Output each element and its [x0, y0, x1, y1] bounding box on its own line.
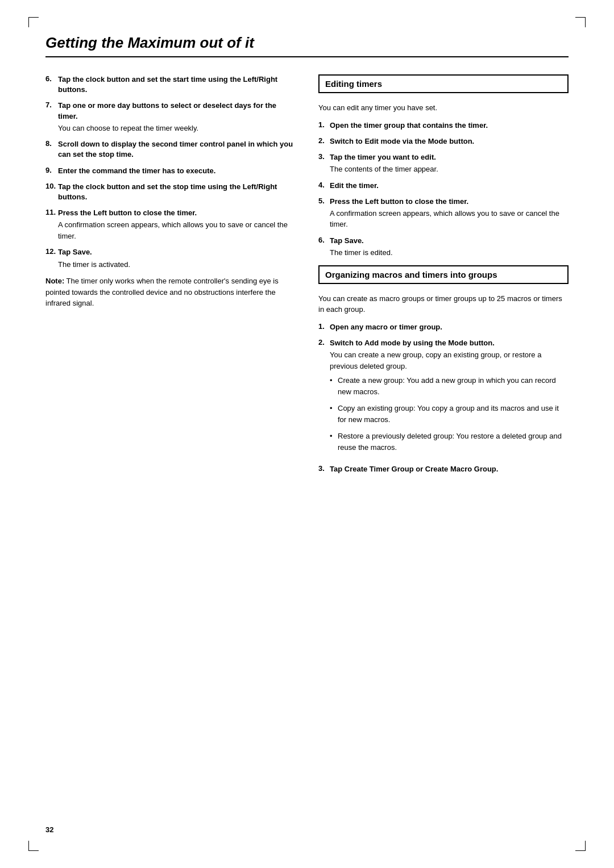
org-step-content-2: Switch to Add mode by using the Mode but…	[330, 338, 569, 458]
edit-step-label-4: Edit the timer.	[330, 181, 379, 191]
org-step-2-bullets: Create a new group: You add a new group …	[330, 375, 569, 453]
org-step-num-1: 1.	[318, 322, 330, 332]
edit-step-num-3: 3.	[318, 152, 330, 175]
note-block: Note: The timer only works when the remo…	[45, 276, 296, 309]
step-number-8: 8.	[45, 139, 58, 160]
org-step-num-2: 2.	[318, 338, 330, 458]
edit-step-5: 5. Press the Left button to close the ti…	[318, 197, 569, 230]
step-number-10: 10.	[45, 182, 58, 202]
org-step-label-3: Tap Create Timer Group or Create Macro G…	[330, 464, 498, 474]
editing-steps-list: 1. Open the timer group that contains th…	[318, 120, 569, 258]
step-content-11: Press the Left button to close the timer…	[58, 208, 296, 241]
org-step-3: 3. Tap Create Timer Group or Create Macr…	[318, 464, 569, 474]
note-title: Note:	[45, 277, 64, 285]
editing-timers-title: Editing timers	[325, 79, 562, 89]
step-label-12: Tap Save.	[58, 247, 130, 257]
step-number-7: 7.	[45, 101, 58, 133]
step-number-11: 11.	[45, 208, 58, 241]
step-number-9: 9.	[45, 166, 58, 176]
edit-step-num-5: 5.	[318, 197, 330, 230]
corner-mark-tr	[575, 17, 586, 27]
edit-step-2: 2. Switch to Edit mode via the Mode butt…	[318, 136, 569, 147]
left-step-11: 11. Press the Left button to close the t…	[45, 208, 296, 241]
step-number-12: 12.	[45, 247, 58, 270]
step-label-10: Tap the clock button and set the stop ti…	[58, 182, 296, 202]
editing-timers-box: Editing timers	[318, 74, 569, 93]
org-step-content-1: Open any macro or timer group.	[330, 322, 442, 332]
edit-step-content-3: Tap the timer you want to edit. The cont…	[330, 152, 438, 175]
corner-mark-tl	[28, 17, 39, 27]
left-step-9: 9. Enter the command the timer has to ex…	[45, 166, 296, 176]
edit-step-content-2: Switch to Edit mode via the Mode button.	[330, 136, 474, 147]
edit-step-3: 3. Tap the timer you want to edit. The c…	[318, 152, 569, 175]
page-title: Getting the Maximum out of it	[45, 34, 569, 57]
organizing-box: Organizing macros and timers into groups	[318, 265, 569, 284]
edit-step-label-3: Tap the timer you want to edit.	[330, 152, 438, 162]
step-number-6: 6.	[45, 74, 58, 95]
edit-step-label-6: Tap Save.	[330, 236, 393, 246]
organizing-intro: You can create as macro groups or timer …	[318, 293, 569, 315]
step-content-7: Tap one or more day buttons to select or…	[58, 101, 296, 133]
bullet-item-1: Create a new group: You add a new group …	[330, 375, 569, 397]
org-step-body-intro-2: You can create a new group, copy an exis…	[330, 349, 569, 372]
corner-mark-bl	[28, 841, 39, 851]
step-body-12: The timer is activated.	[58, 259, 130, 270]
edit-step-content-4: Edit the timer.	[330, 181, 379, 191]
step-label-11: Press the Left button to close the timer…	[58, 208, 296, 218]
editing-timers-steps: 1. Open the timer group that contains th…	[318, 120, 569, 258]
bullet-item-2: Copy an existing group: You copy a group…	[330, 403, 569, 425]
bullet-item-3: Restore a previously deleted group: You …	[330, 431, 569, 453]
step-label-6: Tap the clock button and set the start t…	[58, 74, 296, 95]
step-label-9: Enter the command the timer has to execu…	[58, 166, 215, 176]
org-step-num-3: 3.	[318, 464, 330, 474]
step-label-7: Tap one or more day buttons to select or…	[58, 101, 296, 121]
edit-step-body-3: The contents of the timer appear.	[330, 164, 438, 175]
org-step-label-1: Open any macro or timer group.	[330, 322, 442, 332]
organizing-steps: 1. Open any macro or timer group. 2. Swi…	[318, 322, 569, 475]
organizing-title: Organizing macros and timers into groups	[325, 270, 562, 279]
edit-step-label-2: Switch to Edit mode via the Mode button.	[330, 136, 474, 147]
left-steps-list: 6. Tap the clock button and set the star…	[45, 74, 296, 270]
step-content-10: Tap the clock button and set the stop ti…	[58, 182, 296, 202]
step-label-8: Scroll down to display the second timer …	[58, 139, 296, 160]
org-step-content-3: Tap Create Timer Group or Create Macro G…	[330, 464, 498, 474]
edit-step-body-5: A confirmation screen appears, which all…	[330, 208, 569, 230]
edit-step-4: 4. Edit the timer.	[318, 181, 569, 191]
right-column: Editing timers You can edit any timer yo…	[318, 74, 569, 481]
page: Getting the Maximum out of it 6. Tap the…	[0, 0, 614, 868]
two-column-layout: 6. Tap the clock button and set the star…	[45, 74, 569, 481]
step-body-11: A confirmation screen appears, which all…	[58, 219, 296, 241]
edit-step-body-6: The timer is edited.	[330, 247, 393, 258]
edit-step-content-1: Open the timer group that contains the t…	[330, 120, 488, 131]
step-content-9: Enter the command the timer has to execu…	[58, 166, 215, 176]
edit-step-num-6: 6.	[318, 236, 330, 258]
edit-step-num-4: 4.	[318, 181, 330, 191]
note-body: The timer only works when the remote con…	[45, 277, 279, 307]
corner-mark-br	[575, 841, 586, 851]
left-step-6: 6. Tap the clock button and set the star…	[45, 74, 296, 95]
left-step-12: 12. Tap Save. The timer is activated.	[45, 247, 296, 270]
left-step-10: 10. Tap the clock button and set the sto…	[45, 182, 296, 202]
edit-step-content-5: Press the Left button to close the timer…	[330, 197, 569, 230]
left-column: 6. Tap the clock button and set the star…	[45, 74, 296, 309]
step-content-12: Tap Save. The timer is activated.	[58, 247, 130, 270]
edit-step-content-6: Tap Save. The timer is edited.	[330, 236, 393, 258]
step-content-6: Tap the clock button and set the start t…	[58, 74, 296, 95]
left-step-7: 7. Tap one or more day buttons to select…	[45, 101, 296, 133]
edit-step-label-1: Open the timer group that contains the t…	[330, 120, 488, 131]
edit-step-num-1: 1.	[318, 120, 330, 131]
edit-step-1: 1. Open the timer group that contains th…	[318, 120, 569, 131]
edit-step-label-5: Press the Left button to close the timer…	[330, 197, 569, 207]
org-step-1: 1. Open any macro or timer group.	[318, 322, 569, 332]
step-content-8: Scroll down to display the second timer …	[58, 139, 296, 160]
editing-timers-intro: You can edit any timer you have set.	[318, 102, 569, 114]
edit-step-num-2: 2.	[318, 136, 330, 147]
left-step-8: 8. Scroll down to display the second tim…	[45, 139, 296, 160]
org-step-2: 2. Switch to Add mode by using the Mode …	[318, 338, 569, 458]
page-number: 32	[45, 825, 53, 834]
step-body-7: You can choose to repeat the timer weekl…	[58, 123, 296, 134]
edit-step-6: 6. Tap Save. The timer is edited.	[318, 236, 569, 258]
org-step-label-2: Switch to Add mode by using the Mode but…	[330, 338, 569, 348]
organizing-steps-list: 1. Open any macro or timer group. 2. Swi…	[318, 322, 569, 475]
